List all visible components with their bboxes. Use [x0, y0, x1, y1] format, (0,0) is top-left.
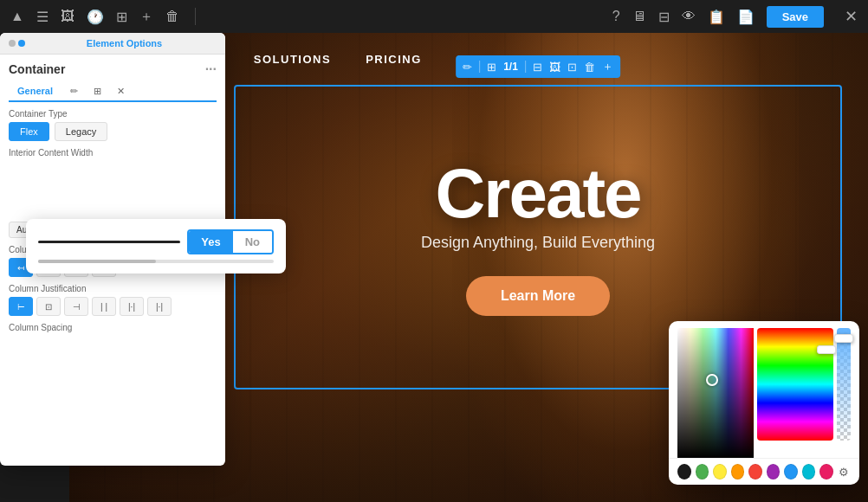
toggle-line — [38, 241, 180, 243]
swatch-yellow[interactable] — [713, 464, 727, 479]
container-icon[interactable]: ⊞ — [487, 61, 496, 74]
hue-slider[interactable] — [757, 328, 833, 441]
add-icon[interactable]: ＋ — [139, 8, 153, 26]
selection-toolbar: ✏ ⊞ 1/1 ⊟ 🖼 ⊡ 🗑 ＋ — [456, 55, 620, 78]
delete-icon[interactable]: 🗑 — [165, 9, 179, 24]
responsive-icon[interactable]: ⊟ — [533, 61, 542, 74]
menu-icon[interactable]: ☰ — [36, 9, 49, 25]
gradient-container[interactable] — [677, 328, 754, 458]
edit-icon[interactable]: ✏ — [463, 61, 472, 74]
hero-subtitle: Design Anything, Build Everything — [421, 234, 655, 252]
page-icon[interactable]: 📄 — [737, 9, 755, 25]
tab-general[interactable]: General — [9, 82, 62, 102]
color-settings-icon[interactable]: ⚙ — [838, 464, 851, 479]
container-type-buttons: Flex Legacy — [9, 122, 217, 141]
toggle-spacer — [9, 161, 217, 213]
history-icon[interactable]: 🕐 — [87, 9, 104, 25]
toggle-row: Yes No — [38, 229, 274, 254]
more-options-dots[interactable]: ··· — [205, 61, 217, 77]
column-justification-label: Column Justification — [9, 284, 217, 293]
top-toolbar: ▲ ☰ 🖼 🕐 ⊞ ＋ 🗑 ? 🖥 ⊟ 👁 📋 📄 Save ✕ — [0, 0, 868, 33]
save-button[interactable]: Save — [767, 6, 824, 28]
tab-close-icon[interactable]: ✕ — [110, 82, 132, 100]
swatch-green[interactable] — [696, 464, 709, 479]
panel-section-title: Container ··· — [9, 61, 217, 77]
column-spacing-label: Column Spacing — [9, 323, 217, 332]
color-picker-panel: ⚙ — [669, 321, 859, 485]
panel-body: Container ··· General ✏ ⊞ ✕ Container Ty… — [0, 55, 225, 343]
justify-around-btn[interactable]: |·| — [120, 297, 144, 316]
swatch-purple[interactable] — [767, 464, 781, 479]
trash-icon[interactable]: 🗑 — [584, 61, 595, 74]
preview-icon[interactable]: 👁 — [682, 9, 696, 24]
yes-no-toggle: Yes No — [187, 229, 274, 254]
dot2 — [18, 40, 25, 47]
toggle-overlay: Yes No — [26, 219, 286, 274]
image-icon[interactable]: 🖼 — [61, 9, 74, 24]
swatch-black[interactable] — [677, 464, 691, 479]
nav-solutions[interactable]: SOLUTIONS — [254, 53, 331, 66]
swatch-pink[interactable] — [819, 464, 833, 479]
separator — [195, 8, 196, 25]
gradient-cursor[interactable] — [706, 374, 718, 386]
nav-pricing[interactable]: PRICING — [366, 53, 422, 66]
justify-space-btn[interactable]: | | — [92, 297, 116, 316]
panel-tabs: General ✏ ⊞ ✕ — [9, 82, 217, 102]
panel-header: Element Options — [0, 33, 225, 55]
yes-button[interactable]: Yes — [189, 231, 232, 253]
panel-title: Element Options — [32, 38, 217, 48]
help-icon[interactable]: ? — [612, 9, 620, 24]
add-sel-icon[interactable]: ＋ — [602, 59, 613, 74]
column-justification-buttons: ⊢ ⊡ ⊣ | | |·| |·| — [9, 297, 217, 316]
gradient-main[interactable] — [677, 328, 754, 458]
copy-icon[interactable]: ⊡ — [567, 61, 577, 74]
no-button[interactable]: No — [233, 231, 272, 253]
learn-more-button[interactable]: Learn More — [466, 276, 610, 316]
swatch-orange[interactable] — [731, 464, 745, 479]
justify-end-btn[interactable]: ⊣ — [64, 297, 88, 316]
interior-width-label: Interior Content Width — [9, 148, 217, 158]
gradient-black-overlay — [677, 328, 754, 458]
logo-icon: ▲ — [10, 9, 24, 24]
hue-handle[interactable] — [817, 345, 836, 354]
section-title-text: Container — [9, 62, 65, 76]
alpha-slider[interactable] — [837, 328, 851, 441]
justify-center-btn[interactable]: ⊡ — [36, 297, 61, 316]
tab-grid-icon[interactable]: ⊞ — [87, 82, 108, 100]
color-swatches: ⚙ — [669, 458, 859, 485]
main-area: ↖ ＋ 📁 ⊞ 📄 W PRODUCT SOLUTIONS PRICING CO… — [0, 33, 868, 502]
sel-divider — [479, 61, 480, 73]
panel-dots — [9, 40, 25, 47]
sel-divider2 — [525, 61, 526, 73]
layout-icon[interactable]: ⊟ — [658, 9, 670, 25]
alpha-handle[interactable] — [834, 334, 853, 343]
close-button[interactable]: ✕ — [845, 7, 858, 26]
container-type-label: Container Type — [9, 109, 217, 119]
flex-button[interactable]: Flex — [9, 122, 49, 141]
swatch-blue[interactable] — [784, 464, 798, 479]
hero-title: Create — [435, 159, 640, 228]
justify-start-btn[interactable]: ⊢ — [9, 297, 33, 316]
image-sel-icon[interactable]: 🖼 — [549, 61, 560, 74]
swatch-red[interactable] — [748, 464, 762, 479]
template-icon[interactable]: 📋 — [708, 9, 725, 25]
color-picker-body — [669, 321, 859, 458]
dot1 — [9, 40, 16, 47]
grid-icon[interactable]: ⊞ — [116, 9, 127, 25]
justify-evenly-btn[interactable]: |·| — [147, 297, 172, 316]
toggle-slider[interactable] — [38, 260, 274, 263]
tab-edit-icon[interactable]: ✏ — [63, 82, 85, 100]
legacy-button[interactable]: Legacy — [55, 122, 107, 141]
desktop-icon[interactable]: 🖥 — [632, 9, 646, 24]
swatch-cyan[interactable] — [802, 464, 816, 479]
sel-count: 1/1 — [503, 61, 518, 73]
